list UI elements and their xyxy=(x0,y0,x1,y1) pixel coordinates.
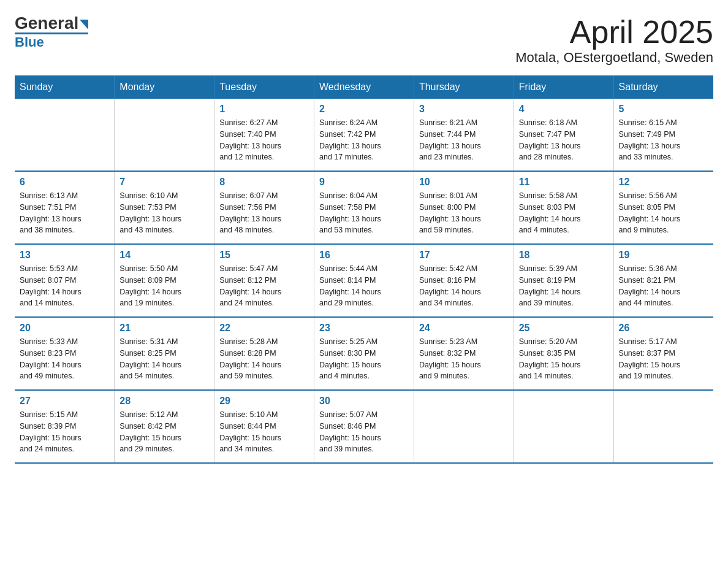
day-number: 1 xyxy=(219,104,309,115)
page-subtitle: Motala, OEstergoetland, Sweden xyxy=(515,50,713,66)
weekday-header-sunday: Sunday xyxy=(15,75,115,99)
day-number: 3 xyxy=(419,104,509,115)
calendar-day-6: 6Sunrise: 6:13 AMSunset: 7:51 PMDaylight… xyxy=(15,171,115,244)
day-info: Sunrise: 5:39 AMSunset: 8:19 PMDaylight:… xyxy=(519,263,609,309)
day-number: 14 xyxy=(119,250,209,261)
calendar-day-empty xyxy=(414,390,514,463)
day-number: 26 xyxy=(619,323,708,334)
day-number: 17 xyxy=(419,250,509,261)
day-number: 13 xyxy=(20,250,109,261)
day-info: Sunrise: 6:01 AMSunset: 8:00 PMDaylight:… xyxy=(419,190,509,236)
day-info: Sunrise: 6:04 AMSunset: 7:58 PMDaylight:… xyxy=(319,190,409,236)
day-number: 10 xyxy=(419,177,509,188)
day-number: 15 xyxy=(219,250,309,261)
day-info: Sunrise: 5:44 AMSunset: 8:14 PMDaylight:… xyxy=(319,263,409,309)
day-info: Sunrise: 5:50 AMSunset: 8:09 PMDaylight:… xyxy=(119,263,209,309)
calendar-day-30: 30Sunrise: 5:07 AMSunset: 8:46 PMDayligh… xyxy=(314,390,414,463)
calendar-week-row: 1Sunrise: 6:27 AMSunset: 7:40 PMDaylight… xyxy=(15,99,713,171)
day-number: 23 xyxy=(319,323,409,334)
day-info: Sunrise: 5:33 AMSunset: 8:23 PMDaylight:… xyxy=(20,336,109,382)
day-info: Sunrise: 5:15 AMSunset: 8:39 PMDaylight:… xyxy=(20,409,109,455)
calendar-day-5: 5Sunrise: 6:15 AMSunset: 7:49 PMDaylight… xyxy=(613,99,713,171)
day-info: Sunrise: 5:58 AMSunset: 8:03 PMDaylight:… xyxy=(519,190,609,236)
day-info: Sunrise: 5:10 AMSunset: 8:44 PMDaylight:… xyxy=(219,409,309,455)
day-number: 11 xyxy=(519,177,609,188)
day-number: 29 xyxy=(219,396,309,407)
day-info: Sunrise: 6:24 AMSunset: 7:42 PMDaylight:… xyxy=(319,117,409,163)
weekday-header-wednesday: Wednesday xyxy=(314,75,414,99)
page-header: General Blue April 2025 Motala, OEstergo… xyxy=(15,15,713,66)
day-info: Sunrise: 6:07 AMSunset: 7:56 PMDaylight:… xyxy=(219,190,309,236)
day-number: 2 xyxy=(319,104,409,115)
day-number: 25 xyxy=(519,323,609,334)
day-number: 5 xyxy=(619,104,708,115)
logo: General Blue xyxy=(15,15,88,50)
day-info: Sunrise: 6:13 AMSunset: 7:51 PMDaylight:… xyxy=(20,190,109,236)
day-number: 6 xyxy=(20,177,109,188)
day-info: Sunrise: 6:18 AMSunset: 7:47 PMDaylight:… xyxy=(519,117,609,163)
day-info: Sunrise: 5:42 AMSunset: 8:16 PMDaylight:… xyxy=(419,263,509,309)
calendar-day-13: 13Sunrise: 5:53 AMSunset: 8:07 PMDayligh… xyxy=(15,244,115,317)
day-number: 4 xyxy=(519,104,609,115)
calendar-table: SundayMondayTuesdayWednesdayThursdayFrid… xyxy=(15,75,713,464)
weekday-header-monday: Monday xyxy=(115,75,214,99)
calendar-day-24: 24Sunrise: 5:23 AMSunset: 8:32 PMDayligh… xyxy=(414,317,514,390)
day-number: 18 xyxy=(519,250,609,261)
calendar-day-15: 15Sunrise: 5:47 AMSunset: 8:12 PMDayligh… xyxy=(214,244,314,317)
day-info: Sunrise: 5:53 AMSunset: 8:07 PMDaylight:… xyxy=(20,263,109,309)
calendar-day-26: 26Sunrise: 5:17 AMSunset: 8:37 PMDayligh… xyxy=(613,317,713,390)
day-number: 19 xyxy=(619,250,708,261)
day-info: Sunrise: 5:20 AMSunset: 8:35 PMDaylight:… xyxy=(519,336,609,382)
calendar-header-row: SundayMondayTuesdayWednesdayThursdayFrid… xyxy=(15,75,713,99)
calendar-day-empty xyxy=(15,99,115,171)
calendar-day-7: 7Sunrise: 6:10 AMSunset: 7:53 PMDaylight… xyxy=(115,171,214,244)
day-info: Sunrise: 5:23 AMSunset: 8:32 PMDaylight:… xyxy=(419,336,509,382)
day-number: 27 xyxy=(20,396,109,407)
day-number: 8 xyxy=(219,177,309,188)
calendar-day-29: 29Sunrise: 5:10 AMSunset: 8:44 PMDayligh… xyxy=(214,390,314,463)
weekday-header-thursday: Thursday xyxy=(414,75,514,99)
day-number: 20 xyxy=(20,323,109,334)
calendar-day-10: 10Sunrise: 6:01 AMSunset: 8:00 PMDayligh… xyxy=(414,171,514,244)
calendar-day-14: 14Sunrise: 5:50 AMSunset: 8:09 PMDayligh… xyxy=(115,244,214,317)
day-number: 12 xyxy=(619,177,708,188)
calendar-day-23: 23Sunrise: 5:25 AMSunset: 8:30 PMDayligh… xyxy=(314,317,414,390)
calendar-day-1: 1Sunrise: 6:27 AMSunset: 7:40 PMDaylight… xyxy=(214,99,314,171)
calendar-week-row: 13Sunrise: 5:53 AMSunset: 8:07 PMDayligh… xyxy=(15,244,713,317)
calendar-day-9: 9Sunrise: 6:04 AMSunset: 7:58 PMDaylight… xyxy=(314,171,414,244)
day-info: Sunrise: 6:21 AMSunset: 7:44 PMDaylight:… xyxy=(419,117,509,163)
calendar-week-row: 20Sunrise: 5:33 AMSunset: 8:23 PMDayligh… xyxy=(15,317,713,390)
logo-general-text: General xyxy=(15,15,88,32)
calendar-day-16: 16Sunrise: 5:44 AMSunset: 8:14 PMDayligh… xyxy=(314,244,414,317)
day-number: 21 xyxy=(119,323,209,334)
calendar-day-empty xyxy=(613,390,713,463)
weekday-header-saturday: Saturday xyxy=(613,75,713,99)
day-number: 9 xyxy=(319,177,409,188)
calendar-day-28: 28Sunrise: 5:12 AMSunset: 8:42 PMDayligh… xyxy=(115,390,214,463)
calendar-week-row: 6Sunrise: 6:13 AMSunset: 7:51 PMDaylight… xyxy=(15,171,713,244)
calendar-day-19: 19Sunrise: 5:36 AMSunset: 8:21 PMDayligh… xyxy=(613,244,713,317)
page-title: April 2025 xyxy=(515,15,713,50)
calendar-day-2: 2Sunrise: 6:24 AMSunset: 7:42 PMDaylight… xyxy=(314,99,414,171)
calendar-day-25: 25Sunrise: 5:20 AMSunset: 8:35 PMDayligh… xyxy=(514,317,613,390)
day-info: Sunrise: 6:10 AMSunset: 7:53 PMDaylight:… xyxy=(119,190,209,236)
weekday-header-tuesday: Tuesday xyxy=(214,75,314,99)
calendar-day-21: 21Sunrise: 5:31 AMSunset: 8:25 PMDayligh… xyxy=(115,317,214,390)
calendar-day-empty xyxy=(514,390,613,463)
day-number: 16 xyxy=(319,250,409,261)
calendar-day-empty xyxy=(115,99,214,171)
day-info: Sunrise: 5:47 AMSunset: 8:12 PMDaylight:… xyxy=(219,263,309,309)
calendar-day-20: 20Sunrise: 5:33 AMSunset: 8:23 PMDayligh… xyxy=(15,317,115,390)
day-info: Sunrise: 6:27 AMSunset: 7:40 PMDaylight:… xyxy=(219,117,309,163)
day-info: Sunrise: 5:17 AMSunset: 8:37 PMDaylight:… xyxy=(619,336,708,382)
day-info: Sunrise: 5:56 AMSunset: 8:05 PMDaylight:… xyxy=(619,190,708,236)
day-info: Sunrise: 5:28 AMSunset: 8:28 PMDaylight:… xyxy=(219,336,309,382)
logo-blue-text: Blue xyxy=(15,34,44,50)
day-number: 28 xyxy=(119,396,209,407)
day-info: Sunrise: 5:25 AMSunset: 8:30 PMDaylight:… xyxy=(319,336,409,382)
day-info: Sunrise: 5:36 AMSunset: 8:21 PMDaylight:… xyxy=(619,263,708,309)
day-number: 30 xyxy=(319,396,409,407)
calendar-week-row: 27Sunrise: 5:15 AMSunset: 8:39 PMDayligh… xyxy=(15,390,713,463)
day-info: Sunrise: 6:15 AMSunset: 7:49 PMDaylight:… xyxy=(619,117,708,163)
calendar-day-22: 22Sunrise: 5:28 AMSunset: 8:28 PMDayligh… xyxy=(214,317,314,390)
